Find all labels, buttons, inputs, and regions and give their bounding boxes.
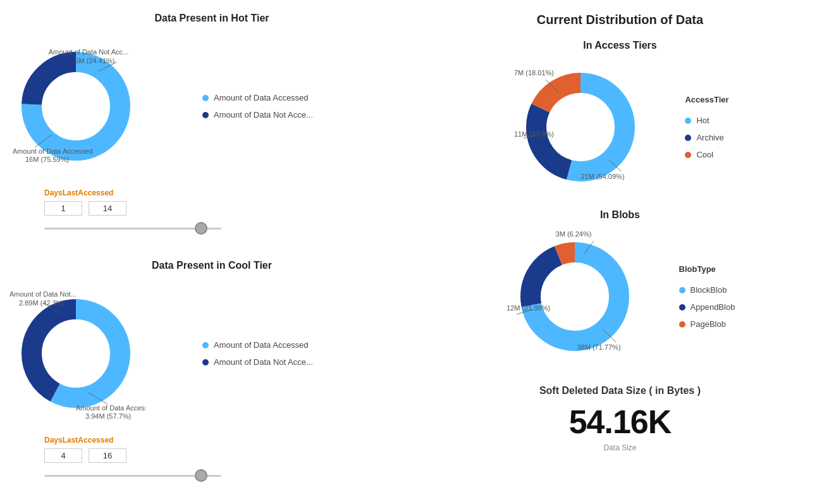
svg-text:38M (71.77%): 38M (71.77%)	[577, 343, 620, 351]
blob-pageblob-legend: PageBlob	[679, 319, 735, 329]
hot-slider-thumb[interactable]	[195, 222, 207, 235]
cool-accessed-dot	[202, 342, 209, 348]
cool-tier-title: Data Present in Cool Tier	[6, 260, 417, 271]
hot-tier-section: Data Present in Hot Tier Amount of Data …	[6, 13, 417, 241]
svg-text:Amount of Data Accessed: Amount of Data Accessed	[76, 404, 145, 412]
cool-slider-min-input[interactable]	[44, 448, 82, 463]
appendblob-dot	[679, 304, 685, 310]
blobs-section: In Blobs 38M (71.77%)	[417, 209, 823, 366]
svg-text:3M (6.24%): 3M (6.24%)	[555, 230, 591, 238]
hot-tier-legend-not-accessed: Amount of Data Not Acce...	[202, 110, 313, 120]
cool-tier-legend: Amount of Data Accessed Amount of Data N…	[183, 340, 313, 367]
hot-tier-legend: Amount of Data Accessed Amount of Data N…	[183, 93, 313, 120]
hot-not-accessed-label: Amount of Data Not Acce...	[214, 110, 313, 120]
svg-text:2.89M (42.3%): 2.89M (42.3%)	[19, 299, 64, 307]
svg-text:21M (54.09%): 21M (54.09%)	[581, 173, 625, 180]
svg-text:7M (18.01%): 7M (18.01%)	[514, 69, 554, 77]
hot-slider-inputs	[44, 201, 392, 216]
access-archive-legend: Archive	[685, 133, 728, 142]
pageblob-label: PageBlob	[691, 319, 726, 329]
hot-accessed-dot	[202, 95, 209, 101]
blobs-donut-wrapper: 38M (71.77%) 12M (21.99%) 3M (6.24%)	[505, 227, 670, 366]
cool-not-accessed-dot	[202, 359, 209, 366]
access-tiers-subtitle: In Access Tiers	[583, 40, 657, 51]
hot-slider-section: DaysLastAccessed	[6, 182, 417, 241]
soft-deleted-title: Soft Deleted Data Size ( in Bytes )	[417, 385, 823, 396]
cool-tier-donut-svg: Amount of Data Not... 2.89M (42.3%) Amou…	[6, 284, 145, 423]
blob-appendblob-legend: AppendBlob	[679, 302, 735, 312]
cool-tier-legend-accessed: Amount of Data Accessed	[202, 340, 313, 350]
right-panel: Current Distribution of Data In Access T…	[417, 13, 823, 488]
cool-slider-section: DaysLastAccessed	[6, 429, 417, 488]
hot-tier-legend-accessed: Amount of Data Accessed	[202, 93, 313, 102]
blockblob-dot	[679, 287, 685, 293]
current-distribution-title: Current Distribution of Data	[417, 13, 823, 27]
access-cool-label: Cool	[696, 150, 713, 159]
hot-accessed-label: Amount of Data Accessed	[214, 93, 309, 102]
blobs-donut-svg: 38M (71.77%) 12M (21.99%) 3M (6.24%)	[505, 227, 644, 366]
hot-slider-min-input[interactable]	[44, 201, 82, 216]
access-hot-label: Hot	[696, 116, 709, 125]
soft-deleted-sublabel: Data Size	[417, 443, 823, 452]
access-archive-label: Archive	[696, 133, 723, 142]
svg-text:12M (21.99%): 12M (21.99%)	[507, 304, 550, 312]
cool-accessed-label: Amount of Data Accessed	[214, 340, 309, 350]
hot-slider-track	[44, 228, 221, 230]
hot-slider-label: DaysLastAccessed	[44, 188, 392, 197]
access-tiers-donut-svg: 21M (54.09%) 11M (27.9%) 7M (18.01%)	[511, 58, 650, 197]
hot-tier-title: Data Present in Hot Tier	[6, 13, 417, 24]
access-tiers-chart-row: 21M (54.09%) 11M (27.9%) 7M (18.01%) Acc…	[417, 58, 823, 197]
cool-slider-label: DaysLastAccessed	[44, 436, 392, 445]
svg-text:16M (75.59%): 16M (75.59%)	[25, 156, 69, 163]
svg-text:Amount of Data Accessed: Amount of Data Accessed	[13, 147, 93, 155]
blockblob-label: BlockBlob	[691, 285, 727, 295]
hot-tier-chart-section: Amount of Data Not Acc... 5M (24.41%) Am…	[6, 30, 417, 182]
hot-slider-max-input[interactable]	[89, 201, 126, 216]
hot-slider-track-container[interactable]	[44, 222, 221, 235]
svg-text:11M (27.9%): 11M (27.9%)	[514, 130, 554, 138]
access-tiers-legend: AccessTier Hot Archive Cool	[675, 95, 728, 159]
soft-deleted-section: Soft Deleted Data Size ( in Bytes ) 54.1…	[417, 372, 823, 458]
cool-tier-donut-wrapper: Amount of Data Not... 2.89M (42.3%) Amou…	[6, 284, 183, 423]
cool-not-accessed-label: Amount of Data Not Acce...	[214, 357, 313, 367]
soft-deleted-value: 54.16K	[417, 403, 823, 441]
access-hot-dot	[685, 118, 691, 124]
blobs-legend: BlobType BlockBlob AppendBlob PageBlob	[670, 264, 735, 329]
blobs-subtitle: In Blobs	[600, 209, 640, 221]
svg-text:Amount of Data Not Acc...: Amount of Data Not Acc...	[49, 48, 129, 56]
cool-tier-legend-not-accessed: Amount of Data Not Acce...	[202, 357, 313, 367]
access-cool-legend: Cool	[685, 150, 728, 159]
svg-text:3.94M (57.7%): 3.94M (57.7%)	[85, 412, 131, 420]
pageblob-dot	[679, 321, 685, 328]
svg-text:5M (24.41%): 5M (24.41%)	[75, 57, 115, 65]
access-tiers-donut-wrapper: 21M (54.09%) 11M (27.9%) 7M (18.01%)	[511, 58, 675, 197]
access-tier-legend-title: AccessTier	[685, 95, 728, 104]
left-panel: Data Present in Hot Tier Amount of Data …	[6, 13, 417, 488]
access-archive-dot	[685, 135, 691, 141]
cool-slider-track-container[interactable]	[44, 469, 221, 482]
hot-tier-donut-wrapper: Amount of Data Not Acc... 5M (24.41%) Am…	[6, 37, 183, 176]
blobs-legend-title: BlobType	[679, 264, 735, 274]
appendblob-label: AppendBlob	[691, 302, 735, 312]
access-tiers-section: In Access Tiers 21M (54.09%)	[417, 40, 823, 197]
svg-text:Amount of Data Not...: Amount of Data Not...	[9, 290, 77, 298]
blobs-chart-row: 38M (71.77%) 12M (21.99%) 3M (6.24%) Blo…	[417, 227, 823, 366]
hot-not-accessed-dot	[202, 112, 209, 118]
hot-tier-donut-svg: Amount of Data Not Acc... 5M (24.41%) Am…	[6, 37, 145, 176]
access-cool-dot	[685, 152, 691, 158]
cool-tier-section: Data Present in Cool Tier Amount of Data…	[6, 260, 417, 488]
cool-slider-inputs	[44, 448, 392, 463]
cool-tier-chart-section: Amount of Data Not... 2.89M (42.3%) Amou…	[6, 278, 417, 429]
cool-slider-max-input[interactable]	[89, 448, 126, 463]
cool-slider-thumb[interactable]	[195, 469, 207, 482]
access-hot-legend: Hot	[685, 116, 728, 125]
cool-slider-track	[44, 475, 221, 477]
blob-blockblob-legend: BlockBlob	[679, 285, 735, 295]
